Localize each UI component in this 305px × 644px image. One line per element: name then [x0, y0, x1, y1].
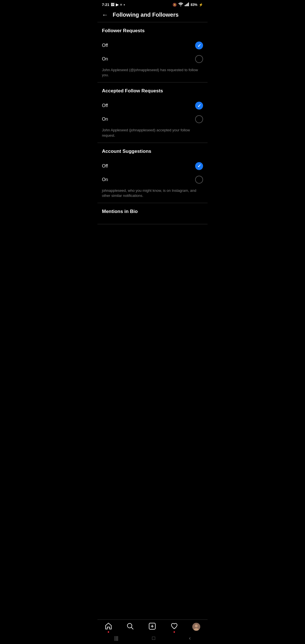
radio-checked-account-suggestions-0[interactable] [195, 162, 203, 170]
option-label-accepted-follow-requests-0: Off [102, 103, 108, 108]
gallery-icon: 🖼 [111, 3, 114, 7]
battery-icon: ⚡ [199, 3, 203, 7]
section-description-account-suggestions: johnappleseed, who you might know, is on… [102, 188, 203, 198]
page-title: Following and Followers [113, 12, 178, 18]
section-mentions-in-bio: Mentions in Bio [97, 203, 208, 224]
radio-unchecked-account-suggestions-1[interactable] [195, 176, 203, 184]
option-label-follower-requests-0: Off [102, 43, 108, 48]
section-description-accepted-follow-requests: John Appleseed (johnappleseed) accepted … [102, 128, 203, 138]
section-title-accepted-follow-requests: Accepted Follow Requests [102, 88, 203, 94]
section-title-mentions-in-bio: Mentions in Bio [102, 209, 203, 214]
section-description-follower-requests: John Appleseed (@johnappleseed) has requ… [102, 68, 203, 78]
status-left: 7:21 🖼 ▶ ≡ • [102, 3, 125, 7]
option-row-follower-requests-0[interactable]: Off [102, 39, 203, 52]
status-time: 7:21 [102, 3, 109, 7]
dot-icon: • [124, 3, 125, 7]
filter-icon: ≡ [120, 3, 122, 7]
radio-unchecked-accepted-follow-requests-1[interactable] [195, 115, 203, 123]
option-row-account-suggestions-0[interactable]: Off [102, 159, 203, 173]
section-follower-requests: Follower RequestsOffOnJohn Appleseed (@j… [97, 22, 208, 82]
sections-container: Follower RequestsOffOnJohn Appleseed (@j… [97, 22, 208, 224]
option-row-accepted-follow-requests-0[interactable]: Off [102, 99, 203, 112]
svg-rect-4 [188, 3, 189, 6]
radio-unchecked-follower-requests-1[interactable] [195, 55, 203, 63]
option-row-accepted-follow-requests-1[interactable]: On [102, 112, 203, 126]
status-bar: 7:21 🖼 ▶ ≡ • 🔕 83% ⚡ [97, 0, 208, 8]
option-label-account-suggestions-1: On [102, 177, 108, 182]
svg-point-0 [180, 6, 181, 6]
page-header: ← Following and Followers [97, 8, 208, 22]
option-row-account-suggestions-1[interactable]: On [102, 173, 203, 186]
back-button[interactable]: ← [102, 12, 108, 18]
option-row-follower-requests-1[interactable]: On [102, 52, 203, 66]
option-label-follower-requests-1: On [102, 56, 108, 62]
radio-checked-follower-requests-0[interactable] [195, 42, 203, 49]
wifi-icon [178, 2, 183, 7]
section-title-account-suggestions: Account Suggestions [102, 149, 203, 154]
option-label-accepted-follow-requests-1: On [102, 117, 108, 122]
svg-rect-2 [186, 4, 187, 6]
option-label-account-suggestions-0: Off [102, 164, 108, 169]
status-right: 🔕 83% ⚡ [173, 2, 203, 7]
battery-text: 83% [191, 3, 197, 7]
svg-rect-3 [187, 3, 188, 6]
section-accepted-follow-requests: Accepted Follow RequestsOffOnJohn Apples… [97, 82, 208, 143]
svg-rect-1 [185, 5, 186, 6]
radio-checked-accepted-follow-requests-0[interactable] [195, 102, 203, 110]
signal-icon [185, 2, 189, 7]
youtube-icon: ▶ [116, 3, 119, 7]
mute-icon: 🔕 [173, 3, 177, 7]
section-account-suggestions: Account SuggestionsOffOnjohnappleseed, w… [97, 143, 208, 203]
section-title-follower-requests: Follower Requests [102, 28, 203, 34]
